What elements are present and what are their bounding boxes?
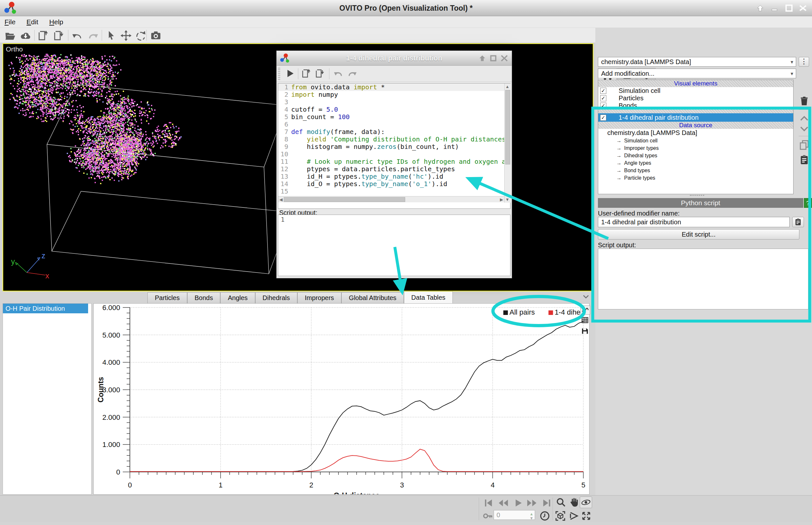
pipeline-item-modifier-selected[interactable]: ✓ 1-4 dihedral pair distribution — [598, 113, 793, 122]
modifier-name-input[interactable]: 1-4 dihedral pair distribution — [598, 217, 789, 227]
render-camera-icon[interactable] — [150, 30, 161, 41]
code-line[interactable]: 9 histogram = numpy.zeros(bin_count, int… — [278, 143, 504, 150]
move-modifier-up-icon[interactable] — [799, 113, 810, 124]
code-line[interactable]: 2import numpy — [278, 91, 504, 99]
checkbox[interactable]: ✓ — [600, 95, 606, 101]
maximize-button[interactable] — [784, 4, 794, 12]
previous-frame-button[interactable] — [498, 498, 509, 508]
data-tab-global-attributes[interactable]: Global Attributes — [341, 292, 404, 303]
data-source-item[interactable]: →Angle types — [598, 159, 793, 167]
script-undo-icon[interactable] — [334, 69, 343, 78]
code-line[interactable]: 10 — [278, 150, 504, 158]
data-source-item[interactable]: →Bond types — [598, 167, 793, 174]
undo-icon[interactable] — [72, 30, 83, 41]
code-line[interactable]: 6 — [278, 121, 504, 128]
copy-pipeline-icon[interactable] — [799, 140, 810, 150]
pipeline-item-bonds[interactable]: ✓ Bonds — [598, 102, 793, 109]
import-file-icon[interactable] — [54, 30, 65, 41]
code-editor[interactable]: 1from ovito.data import *2import numpy34… — [278, 83, 511, 209]
dialog-drag-handle[interactable] — [278, 68, 280, 80]
code-line[interactable]: 7def modify(frame, data): — [278, 128, 504, 136]
editor-vertical-scrollbar[interactable]: ▲ ▼ — [504, 84, 511, 202]
editor-horizontal-scrollbar[interactable]: ◀ ▶ — [278, 196, 504, 202]
menu-edit[interactable]: Edit — [27, 18, 38, 26]
inspector-collapse-icon[interactable] — [582, 292, 590, 301]
dialog-maximize-button[interactable] — [489, 54, 498, 62]
pipeline-item-simulation-cell[interactable]: ✓ Simulation cell — [598, 87, 793, 94]
data-table-list-item-selected[interactable]: O-H Pair Distribution — [3, 304, 88, 313]
close-button[interactable] — [798, 4, 808, 12]
data-source-item[interactable]: →Particle types — [598, 174, 793, 182]
export-file-icon[interactable] — [38, 30, 49, 41]
python-script-rollout-header[interactable]: Python script — [598, 198, 803, 208]
save-data-button[interactable] — [580, 327, 590, 336]
pipeline-source-menu-button[interactable]: ⋮ — [799, 57, 809, 67]
code-line[interactable]: 1from ovito.data import * — [278, 84, 504, 91]
open-file-icon[interactable] — [4, 30, 16, 41]
pipeline-item-data-source[interactable]: chemistry.data [LAMMPS Data] — [598, 129, 793, 137]
import-script-icon[interactable] — [315, 69, 325, 78]
zoom-mode-button[interactable] — [555, 497, 567, 508]
dialog-close-button[interactable] — [500, 54, 508, 62]
clipboard-icon[interactable] — [799, 155, 810, 165]
code-line[interactable]: 8 yield 'Computing distribution of O-H p… — [278, 136, 504, 143]
code-line[interactable]: 4cutoff = 5.0 — [278, 106, 504, 113]
animation-settings-key-icon[interactable] — [482, 511, 493, 521]
data-tab-angles[interactable]: Angles — [220, 292, 255, 303]
pipeline-item-particles[interactable]: ✓ Particles — [598, 94, 793, 102]
rotate-mode-icon[interactable] — [135, 30, 146, 41]
code-line[interactable]: 13 id_H = ptypes.type_by_name('hc').id — [278, 173, 504, 180]
data-tab-dihedrals[interactable]: Dihedrals — [255, 292, 297, 303]
code-line[interactable]: 11 # Look up numeric type IDs of hydroge… — [278, 158, 504, 165]
shade-window-button[interactable] — [755, 4, 765, 12]
delete-modifier-icon[interactable] — [799, 96, 810, 106]
orbit-mode-button[interactable] — [580, 496, 592, 508]
redo-icon[interactable] — [87, 30, 99, 41]
run-script-icon[interactable] — [285, 69, 295, 78]
data-source-item[interactable]: →Dihedral types — [598, 152, 793, 159]
data-source-item[interactable]: →Improper types — [598, 144, 793, 152]
pipeline-source-dropdown[interactable]: chemistry.data [LAMMPS Data]▾ — [598, 57, 796, 67]
code-line[interactable]: 5bin_count = 100 — [278, 113, 504, 121]
viewport-type-label[interactable]: Ortho — [6, 45, 23, 53]
add-modification-dropdown[interactable]: Add modification...▾ — [598, 69, 796, 78]
move-mode-icon[interactable] — [120, 30, 132, 41]
move-modifier-down-icon[interactable] — [799, 124, 810, 134]
cloud-import-icon[interactable] — [20, 30, 31, 41]
data-tab-data-tables[interactable]: Data Tables — [404, 291, 453, 303]
data-source-item[interactable]: →Simulation cell — [598, 137, 793, 144]
copy-name-button[interactable] — [792, 217, 804, 227]
viewport-fov-button[interactable] — [568, 511, 580, 521]
jump-to-end-button[interactable] — [541, 498, 552, 508]
menu-file[interactable]: File — [4, 18, 16, 26]
panel-splitter[interactable] — [690, 195, 704, 197]
next-frame-button[interactable] — [526, 498, 538, 508]
jump-to-start-button[interactable] — [483, 498, 494, 508]
data-tab-particles[interactable]: Particles — [147, 292, 187, 303]
data-tab-bonds[interactable]: Bonds — [187, 292, 221, 303]
minimize-button[interactable] — [770, 4, 779, 12]
dialog-shade-button[interactable] — [478, 54, 487, 62]
frame-spinbox[interactable]: 0 ▲ ▼ — [493, 510, 535, 520]
script-redo-icon[interactable] — [347, 69, 357, 78]
play-animation-button[interactable] — [512, 498, 524, 508]
code-line[interactable]: 12 ptypes = data.particles.particle_type… — [278, 165, 504, 173]
zoom-scene-extents-button[interactable] — [555, 511, 566, 521]
pan-mode-button[interactable] — [568, 497, 580, 508]
export-script-icon[interactable] — [302, 69, 312, 78]
select-mode-icon[interactable] — [106, 30, 117, 41]
menu-help[interactable]: Help — [49, 18, 63, 26]
edit-script-button[interactable]: Edit script... — [598, 229, 799, 240]
maximize-viewport-button[interactable] — [580, 511, 592, 521]
help-button[interactable]: ? — [804, 198, 812, 208]
dialog-title-bar[interactable]: 1-4 dihedral pair distribution — [277, 51, 512, 66]
chart-mode-button[interactable] — [580, 305, 590, 315]
code-line[interactable]: 3 — [278, 99, 504, 106]
data-tab-impropers[interactable]: Impropers — [297, 292, 341, 303]
table-mode-button[interactable] — [580, 316, 590, 325]
animation-time-button[interactable] — [539, 511, 551, 521]
checkbox[interactable]: ✓ — [600, 88, 606, 94]
code-line[interactable]: 15 — [278, 188, 504, 195]
checkbox[interactable]: ✓ — [600, 115, 606, 121]
code-line[interactable]: 14 id_O = ptypes.type_by_name('o_1').id — [278, 180, 504, 188]
